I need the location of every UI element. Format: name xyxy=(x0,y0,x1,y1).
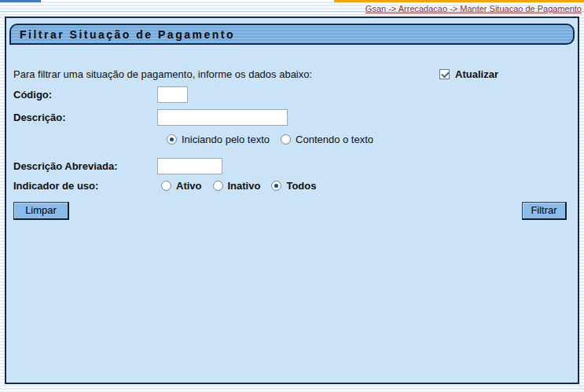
panel-title-bar: Filtrar Situação de Pagamento xyxy=(9,24,575,45)
indicador-uso-row: Indicador de uso: Ativo Inativo Todos xyxy=(13,180,571,192)
atualizar-checkbox[interactable] xyxy=(439,69,450,79)
iniciando-radio[interactable] xyxy=(167,134,177,145)
todos-option: Todos xyxy=(271,180,316,192)
ativo-option: Ativo xyxy=(161,180,202,192)
atualizar-label: Atualizar xyxy=(455,68,498,80)
limpar-button[interactable]: Limpar xyxy=(13,202,69,220)
filtrar-button[interactable]: Filtrar xyxy=(522,202,567,220)
codigo-label: Código: xyxy=(13,89,157,101)
descricao-row: Descrição: xyxy=(13,109,571,126)
breadcrumb[interactable]: Gsan -> Arrecadacao -> Manter Situacao d… xyxy=(365,4,582,13)
todos-label: Todos xyxy=(286,180,316,192)
top-header-strip: Gsan -> Arrecadacao -> Manter Situacao d… xyxy=(0,0,584,12)
page-title: Filtrar Situação de Pagamento xyxy=(11,28,235,41)
inativo-label: Inativo xyxy=(228,180,261,192)
ativo-label: Ativo xyxy=(176,180,202,192)
inativo-radio[interactable] xyxy=(213,181,223,191)
ativo-radio[interactable] xyxy=(161,181,171,191)
buttons-row: Limpar Filtrar xyxy=(13,201,571,220)
filter-panel: Filtrar Situação de Pagamento Para filtr… xyxy=(5,16,579,384)
menu-bar-fragment xyxy=(0,0,41,2)
descricao-label: Descrição: xyxy=(13,112,157,123)
iniciando-label: Iniciando pelo texto xyxy=(182,134,270,145)
atualizar-group: Atualizar xyxy=(439,68,498,80)
intro-text: Para filtrar uma situação de pagamento, … xyxy=(13,68,312,80)
codigo-input[interactable] xyxy=(157,86,188,103)
indicador-uso-label: Indicador de uso: xyxy=(13,180,157,192)
contendo-label: Contendo o texto xyxy=(296,134,373,145)
descricao-abreviada-row: Descrição Abreviada: xyxy=(13,158,571,174)
contendo-option: Contendo o texto xyxy=(281,134,373,145)
contendo-radio[interactable] xyxy=(281,134,291,145)
descricao-abreviada-label: Descrição Abreviada: xyxy=(13,160,157,172)
inativo-option: Inativo xyxy=(213,180,261,192)
intro-row: Para filtrar uma situação de pagamento, … xyxy=(13,68,571,80)
todos-radio[interactable] xyxy=(271,181,281,191)
iniciando-option: Iniciando pelo texto xyxy=(167,134,270,145)
text-match-row: Iniciando pelo texto Contendo o texto xyxy=(167,134,571,145)
codigo-row: Código: xyxy=(13,86,571,103)
breadcrumb-container: Gsan -> Arrecadacao -> Manter Situacao d… xyxy=(334,0,584,15)
descricao-abreviada-input[interactable] xyxy=(157,158,222,174)
indicador-uso-group: Ativo Inativo Todos xyxy=(161,180,327,192)
descricao-input[interactable] xyxy=(157,109,288,126)
